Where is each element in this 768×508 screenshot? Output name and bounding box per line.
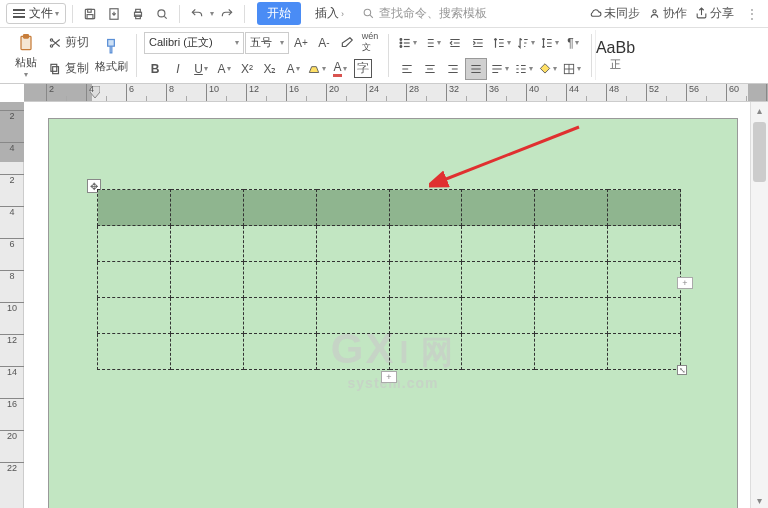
svg-point-9 [653,10,656,13]
svg-point-8 [364,9,371,16]
ruler-tick: 8 [0,270,24,281]
font-size-select[interactable]: 五号▾ [245,32,289,54]
subscript-button[interactable]: X₂ [259,58,281,80]
highlight-icon [307,62,321,76]
text-direction-button[interactable]: ▾ [490,32,513,54]
scrollbar-thumb[interactable] [753,122,766,182]
sort-icon [516,36,530,50]
bold-button[interactable]: B [144,58,166,80]
scissors-icon [48,36,62,50]
ruler-tick: 52 [646,84,659,102]
paste-button[interactable]: 粘贴 ▾ [8,31,44,81]
separator [72,5,73,23]
superscript-button[interactable]: X² [236,58,258,80]
show-marks-button[interactable]: ¶▾ [562,32,584,54]
share-button[interactable]: 分享 [695,5,734,22]
change-case-button[interactable]: A▾ [282,58,304,80]
scroll-down-icon[interactable]: ▾ [751,492,768,508]
right-menu: 未同步 协作 分享 ⋮ [589,5,762,22]
chevron-right-icon: › [341,9,344,19]
bullets-button[interactable]: ▾ [396,32,419,54]
strikethrough-button[interactable]: A▾ [213,58,235,80]
export-icon[interactable] [103,3,125,25]
line-spacing-button[interactable]: ▾ [538,32,561,54]
ruler-tick: 44 [566,84,579,102]
italic-button[interactable]: I [167,58,189,80]
sort-button[interactable]: ▾ [514,32,537,54]
clear-format-button[interactable] [336,32,358,54]
borders-button[interactable]: ▾ [560,58,583,80]
underline-button[interactable]: U▾ [190,58,212,80]
tab-stops-button[interactable]: ▾ [512,58,535,80]
increase-indent-button[interactable] [467,32,489,54]
search-box[interactable]: 查找命令、搜索模板 [362,5,587,22]
undo-dropdown[interactable]: ▾ [210,9,214,18]
more-icon[interactable]: ⋮ [742,7,762,21]
copy-icon [48,62,62,76]
share-icon [695,7,708,20]
align-left-button[interactable] [396,58,418,80]
vertical-ruler[interactable]: 242468101214162022 [0,102,24,508]
chevron-down-icon: ▾ [55,9,59,18]
format-painter-label: 格式刷 [95,59,128,74]
highlight-button[interactable]: ▾ [305,58,328,80]
horizontal-ruler[interactable]: 2468101216202428323640444852566064 [24,84,768,102]
svg-line-23 [441,127,579,181]
print-icon[interactable] [127,3,149,25]
char-border-button[interactable]: 字 [352,58,374,80]
scroll-up-icon[interactable]: ▴ [751,102,768,118]
search-icon [362,7,375,20]
brush-icon [101,37,121,57]
align-center-button[interactable] [419,58,441,80]
redo-icon[interactable] [216,3,238,25]
print-preview-icon[interactable] [151,3,173,25]
svg-point-7 [158,9,165,16]
separator [388,34,389,77]
page[interactable]: GX I 网 system.com ✥ + + ⤡ [48,118,738,508]
style-gallery[interactable]: AaBb 正 [595,30,635,80]
sync-status[interactable]: 未同步 [589,5,640,22]
shading-button[interactable]: ▾ [536,58,559,80]
phonetic-guide-button[interactable]: wén文 [359,32,381,54]
separator [179,5,180,23]
tab-insert[interactable]: 插入› [309,2,350,25]
svg-point-19 [400,45,402,47]
add-column-handle[interactable]: + [677,277,693,289]
copy-button[interactable]: 复制 [46,58,91,80]
align-justify-button[interactable] [465,58,487,80]
align-right-button[interactable] [442,58,464,80]
numbering-icon [422,36,436,50]
ruler-tick: 60 [726,84,739,102]
line-spacing-icon [540,36,554,50]
vertical-scrollbar[interactable]: ▴ ▾ [750,102,768,508]
tab-start[interactable]: 开始 [257,2,301,25]
eraser-icon [340,36,354,50]
cloud-icon [589,7,602,20]
format-painter-button[interactable]: 格式刷 [93,31,129,81]
file-menu[interactable]: 文件 ▾ [6,3,66,24]
document-table[interactable] [97,189,681,370]
table-resize-handle[interactable]: ⤡ [677,365,687,375]
grow-font-button[interactable]: A+ [290,32,312,54]
font-color-button[interactable]: A▾ [329,58,351,80]
separator [244,5,245,23]
distribute-button[interactable]: ▾ [488,58,511,80]
cut-button[interactable]: 剪切 [46,32,91,54]
ruler-tick: 12 [0,334,24,345]
ruler-tick: 36 [486,84,499,102]
ruler-tick: 24 [366,84,379,102]
undo-icon[interactable] [186,3,208,25]
numbering-button[interactable]: ▾ [420,32,443,54]
svg-point-13 [50,44,52,46]
clipboard-icon [16,33,36,53]
ruler-tick: 40 [526,84,539,102]
font-name-select[interactable]: Calibri (正文)▾ [144,32,244,54]
ruler-tick: 6 [0,238,24,249]
add-row-handle[interactable]: + [381,371,397,383]
decrease-indent-button[interactable] [444,32,466,54]
svg-rect-15 [51,64,57,71]
save-icon[interactable] [79,3,101,25]
insert-label: 插入 [315,5,339,22]
shrink-font-button[interactable]: A- [313,32,335,54]
collab-button[interactable]: 协作 [648,5,687,22]
